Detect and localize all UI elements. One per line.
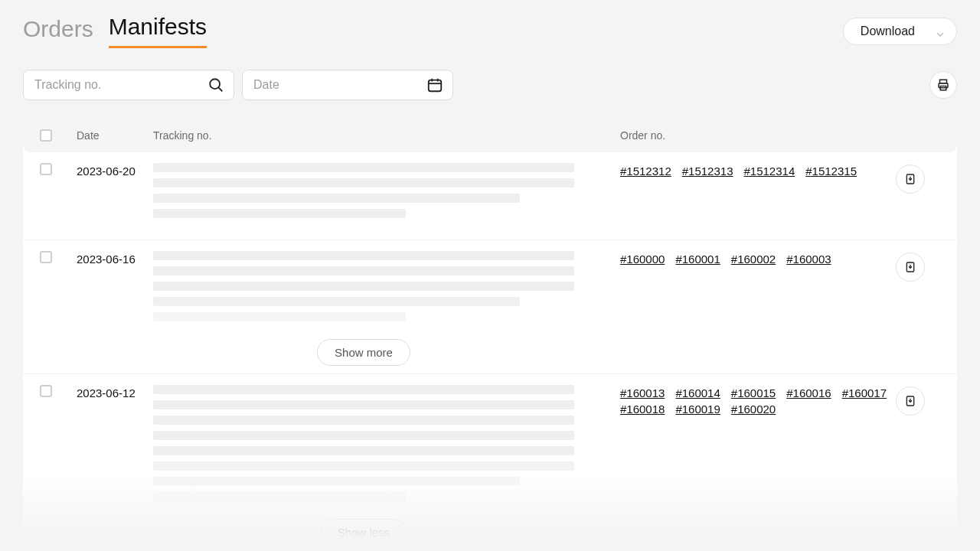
order-link[interactable]: #1512312 (620, 165, 671, 178)
order-link[interactable]: #160014 (675, 386, 720, 399)
row-date: 2023-06-20 (77, 163, 153, 178)
table-row: 2023-06-12#160013#160014#160015#160016#1… (23, 374, 957, 551)
table-header-row: Date Tracking no. Order no. (23, 119, 957, 152)
col-header-date: Date (77, 129, 153, 142)
col-header-order: Order no. (620, 129, 896, 142)
row-checkbox[interactable] (40, 163, 52, 175)
download-icon (904, 395, 916, 407)
print-button[interactable] (929, 71, 957, 99)
download-icon (904, 261, 916, 273)
order-link[interactable]: #160013 (620, 386, 665, 399)
order-link[interactable]: #1512313 (682, 165, 733, 178)
tab-orders[interactable]: Orders (23, 16, 93, 48)
show-more-button[interactable]: Show more (317, 339, 410, 366)
row-checkbox[interactable] (40, 385, 52, 397)
row-download-button[interactable] (896, 386, 925, 416)
row-date: 2023-06-16 (77, 251, 153, 266)
order-link[interactable]: #160017 (842, 386, 887, 399)
manifests-table: Date Tracking no. Order no. 2023-06-20#1… (23, 119, 957, 551)
tracking-placeholder-skeleton (153, 385, 620, 538)
tracking-input[interactable] (34, 78, 207, 92)
tab-manifests[interactable]: Manifests (109, 14, 207, 48)
select-all-checkbox[interactable] (40, 129, 52, 142)
printer-icon (936, 78, 950, 92)
date-input[interactable] (253, 78, 426, 92)
order-links: #160013#160014#160015#160016#160017#1600… (620, 385, 896, 416)
order-link[interactable]: #160015 (731, 386, 776, 399)
row-date: 2023-06-12 (77, 385, 153, 399)
order-link[interactable]: #160002 (731, 253, 776, 266)
tracking-placeholder-skeleton (153, 163, 620, 224)
page-tabs: Orders Manifests (23, 14, 207, 48)
svg-line-1 (218, 87, 222, 91)
tracking-search-field[interactable] (23, 70, 234, 100)
calendar-icon (426, 77, 443, 93)
show-less-button[interactable]: Show less (320, 519, 407, 546)
date-filter-field[interactable] (242, 70, 453, 100)
order-link[interactable]: #160020 (731, 403, 776, 416)
order-link[interactable]: #1512315 (805, 165, 857, 178)
chevron-down-icon (936, 28, 944, 35)
order-link[interactable]: #160016 (786, 386, 831, 399)
order-links: #160000#160001#160002#160003 (620, 251, 896, 266)
row-download-button[interactable] (896, 165, 925, 194)
col-header-tracking: Tracking no. (153, 129, 620, 142)
svg-point-0 (210, 79, 220, 89)
order-link[interactable]: #160003 (786, 253, 831, 266)
table-row: 2023-06-16#160000#160001#160002#160003Sh… (23, 240, 957, 374)
order-link[interactable]: #160001 (675, 253, 720, 266)
table-row: 2023-06-20#1512312#1512313#1512314#15123… (23, 152, 957, 240)
download-button[interactable]: Download (843, 18, 957, 45)
order-link[interactable]: #160000 (620, 253, 665, 266)
row-checkbox[interactable] (40, 251, 52, 263)
search-icon (207, 77, 224, 93)
row-download-button[interactable] (896, 253, 925, 282)
order-link[interactable]: #160019 (675, 403, 720, 416)
order-links: #1512312#1512313#1512314#1512315 (620, 163, 896, 178)
svg-rect-2 (429, 80, 442, 92)
order-link[interactable]: #160018 (620, 403, 665, 416)
order-link[interactable]: #1512314 (744, 165, 795, 178)
download-button-label: Download (861, 24, 915, 38)
download-icon (904, 173, 916, 185)
